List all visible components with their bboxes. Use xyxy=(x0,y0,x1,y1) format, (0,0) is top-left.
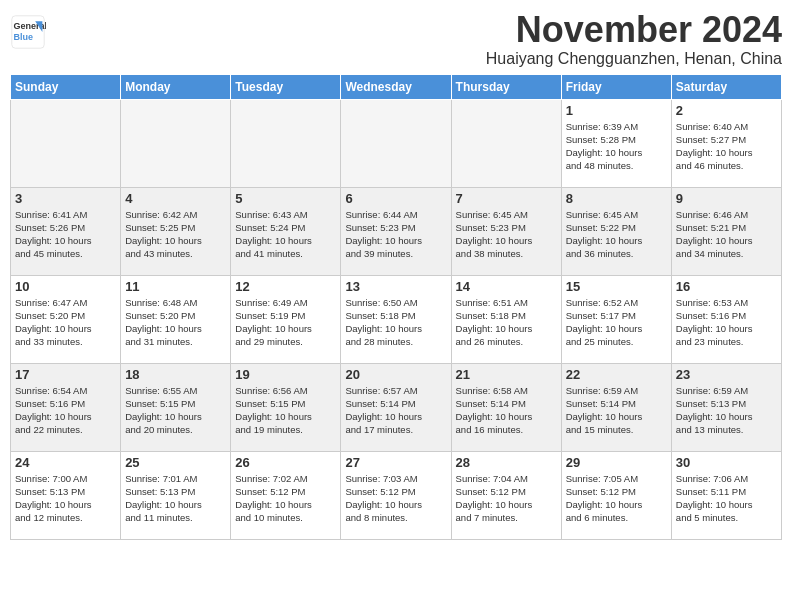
day-cell: 7Sunrise: 6:45 AMSunset: 5:23 PMDaylight… xyxy=(451,187,561,275)
weekday-header-friday: Friday xyxy=(561,74,671,99)
day-number: 9 xyxy=(676,191,777,206)
day-info: Sunrise: 6:47 AMSunset: 5:20 PMDaylight:… xyxy=(15,296,116,349)
day-cell xyxy=(121,99,231,187)
day-info: Sunrise: 7:05 AMSunset: 5:12 PMDaylight:… xyxy=(566,472,667,525)
day-info: Sunrise: 6:50 AMSunset: 5:18 PMDaylight:… xyxy=(345,296,446,349)
day-number: 25 xyxy=(125,455,226,470)
day-number: 29 xyxy=(566,455,667,470)
day-cell: 22Sunrise: 6:59 AMSunset: 5:14 PMDayligh… xyxy=(561,363,671,451)
week-row-1: 1Sunrise: 6:39 AMSunset: 5:28 PMDaylight… xyxy=(11,99,782,187)
calendar-table: SundayMondayTuesdayWednesdayThursdayFrid… xyxy=(10,74,782,540)
week-row-2: 3Sunrise: 6:41 AMSunset: 5:26 PMDaylight… xyxy=(11,187,782,275)
weekday-header-wednesday: Wednesday xyxy=(341,74,451,99)
day-cell: 20Sunrise: 6:57 AMSunset: 5:14 PMDayligh… xyxy=(341,363,451,451)
day-cell xyxy=(451,99,561,187)
day-number: 2 xyxy=(676,103,777,118)
day-number: 20 xyxy=(345,367,446,382)
day-number: 22 xyxy=(566,367,667,382)
day-cell: 17Sunrise: 6:54 AMSunset: 5:16 PMDayligh… xyxy=(11,363,121,451)
day-number: 23 xyxy=(676,367,777,382)
day-info: Sunrise: 6:40 AMSunset: 5:27 PMDaylight:… xyxy=(676,120,777,173)
day-cell: 12Sunrise: 6:49 AMSunset: 5:19 PMDayligh… xyxy=(231,275,341,363)
day-info: Sunrise: 6:51 AMSunset: 5:18 PMDaylight:… xyxy=(456,296,557,349)
day-number: 26 xyxy=(235,455,336,470)
day-cell: 18Sunrise: 6:55 AMSunset: 5:15 PMDayligh… xyxy=(121,363,231,451)
day-number: 19 xyxy=(235,367,336,382)
day-number: 1 xyxy=(566,103,667,118)
day-info: Sunrise: 6:48 AMSunset: 5:20 PMDaylight:… xyxy=(125,296,226,349)
day-cell: 26Sunrise: 7:02 AMSunset: 5:12 PMDayligh… xyxy=(231,451,341,539)
day-number: 6 xyxy=(345,191,446,206)
day-cell: 3Sunrise: 6:41 AMSunset: 5:26 PMDaylight… xyxy=(11,187,121,275)
day-info: Sunrise: 6:44 AMSunset: 5:23 PMDaylight:… xyxy=(345,208,446,261)
day-info: Sunrise: 6:45 AMSunset: 5:22 PMDaylight:… xyxy=(566,208,667,261)
day-cell: 19Sunrise: 6:56 AMSunset: 5:15 PMDayligh… xyxy=(231,363,341,451)
day-cell: 16Sunrise: 6:53 AMSunset: 5:16 PMDayligh… xyxy=(671,275,781,363)
day-cell: 23Sunrise: 6:59 AMSunset: 5:13 PMDayligh… xyxy=(671,363,781,451)
day-number: 30 xyxy=(676,455,777,470)
day-number: 14 xyxy=(456,279,557,294)
day-cell: 5Sunrise: 6:43 AMSunset: 5:24 PMDaylight… xyxy=(231,187,341,275)
day-cell: 6Sunrise: 6:44 AMSunset: 5:23 PMDaylight… xyxy=(341,187,451,275)
day-info: Sunrise: 7:06 AMSunset: 5:11 PMDaylight:… xyxy=(676,472,777,525)
day-number: 18 xyxy=(125,367,226,382)
day-cell: 1Sunrise: 6:39 AMSunset: 5:28 PMDaylight… xyxy=(561,99,671,187)
day-cell xyxy=(231,99,341,187)
title-block: November 2024 Huaiyang Chengguanzhen, He… xyxy=(486,10,782,68)
day-info: Sunrise: 6:53 AMSunset: 5:16 PMDaylight:… xyxy=(676,296,777,349)
day-info: Sunrise: 6:39 AMSunset: 5:28 PMDaylight:… xyxy=(566,120,667,173)
day-cell: 9Sunrise: 6:46 AMSunset: 5:21 PMDaylight… xyxy=(671,187,781,275)
day-number: 7 xyxy=(456,191,557,206)
day-info: Sunrise: 6:54 AMSunset: 5:16 PMDaylight:… xyxy=(15,384,116,437)
day-cell: 27Sunrise: 7:03 AMSunset: 5:12 PMDayligh… xyxy=(341,451,451,539)
day-info: Sunrise: 6:49 AMSunset: 5:19 PMDaylight:… xyxy=(235,296,336,349)
day-info: Sunrise: 6:45 AMSunset: 5:23 PMDaylight:… xyxy=(456,208,557,261)
day-cell: 2Sunrise: 6:40 AMSunset: 5:27 PMDaylight… xyxy=(671,99,781,187)
day-number: 17 xyxy=(15,367,116,382)
logo-icon: General Blue xyxy=(10,14,46,50)
day-number: 27 xyxy=(345,455,446,470)
day-cell: 8Sunrise: 6:45 AMSunset: 5:22 PMDaylight… xyxy=(561,187,671,275)
day-number: 24 xyxy=(15,455,116,470)
day-info: Sunrise: 7:01 AMSunset: 5:13 PMDaylight:… xyxy=(125,472,226,525)
day-info: Sunrise: 6:43 AMSunset: 5:24 PMDaylight:… xyxy=(235,208,336,261)
day-number: 11 xyxy=(125,279,226,294)
week-row-3: 10Sunrise: 6:47 AMSunset: 5:20 PMDayligh… xyxy=(11,275,782,363)
day-cell: 21Sunrise: 6:58 AMSunset: 5:14 PMDayligh… xyxy=(451,363,561,451)
day-number: 28 xyxy=(456,455,557,470)
day-info: Sunrise: 7:00 AMSunset: 5:13 PMDaylight:… xyxy=(15,472,116,525)
day-number: 3 xyxy=(15,191,116,206)
day-cell: 4Sunrise: 6:42 AMSunset: 5:25 PMDaylight… xyxy=(121,187,231,275)
day-info: Sunrise: 6:42 AMSunset: 5:25 PMDaylight:… xyxy=(125,208,226,261)
day-cell: 30Sunrise: 7:06 AMSunset: 5:11 PMDayligh… xyxy=(671,451,781,539)
day-info: Sunrise: 6:58 AMSunset: 5:14 PMDaylight:… xyxy=(456,384,557,437)
day-cell: 11Sunrise: 6:48 AMSunset: 5:20 PMDayligh… xyxy=(121,275,231,363)
day-info: Sunrise: 6:59 AMSunset: 5:14 PMDaylight:… xyxy=(566,384,667,437)
day-info: Sunrise: 6:59 AMSunset: 5:13 PMDaylight:… xyxy=(676,384,777,437)
day-number: 8 xyxy=(566,191,667,206)
day-number: 4 xyxy=(125,191,226,206)
location: Huaiyang Chengguanzhen, Henan, China xyxy=(486,50,782,68)
week-row-4: 17Sunrise: 6:54 AMSunset: 5:16 PMDayligh… xyxy=(11,363,782,451)
day-info: Sunrise: 6:55 AMSunset: 5:15 PMDaylight:… xyxy=(125,384,226,437)
day-info: Sunrise: 6:52 AMSunset: 5:17 PMDaylight:… xyxy=(566,296,667,349)
week-row-5: 24Sunrise: 7:00 AMSunset: 5:13 PMDayligh… xyxy=(11,451,782,539)
weekday-header-monday: Monday xyxy=(121,74,231,99)
day-info: Sunrise: 6:41 AMSunset: 5:26 PMDaylight:… xyxy=(15,208,116,261)
day-number: 16 xyxy=(676,279,777,294)
logo: General Blue xyxy=(10,14,48,50)
day-number: 21 xyxy=(456,367,557,382)
day-number: 13 xyxy=(345,279,446,294)
weekday-header-thursday: Thursday xyxy=(451,74,561,99)
day-cell xyxy=(341,99,451,187)
day-info: Sunrise: 6:57 AMSunset: 5:14 PMDaylight:… xyxy=(345,384,446,437)
day-cell: 14Sunrise: 6:51 AMSunset: 5:18 PMDayligh… xyxy=(451,275,561,363)
weekday-header-saturday: Saturday xyxy=(671,74,781,99)
day-cell: 24Sunrise: 7:00 AMSunset: 5:13 PMDayligh… xyxy=(11,451,121,539)
month-title: November 2024 xyxy=(486,10,782,50)
weekday-header-tuesday: Tuesday xyxy=(231,74,341,99)
day-info: Sunrise: 6:56 AMSunset: 5:15 PMDaylight:… xyxy=(235,384,336,437)
day-cell: 15Sunrise: 6:52 AMSunset: 5:17 PMDayligh… xyxy=(561,275,671,363)
day-info: Sunrise: 7:04 AMSunset: 5:12 PMDaylight:… xyxy=(456,472,557,525)
day-number: 12 xyxy=(235,279,336,294)
